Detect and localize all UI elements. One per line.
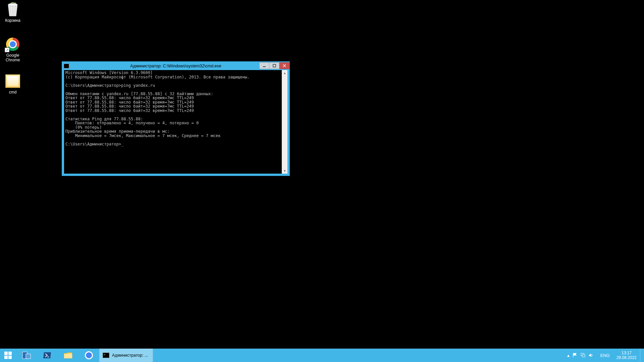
titlebar[interactable]: Администратор: C:\Windows\system32\cmd.e… (62, 62, 289, 70)
svg-rect-2 (273, 64, 276, 67)
taskbar-server-manager[interactable] (16, 349, 37, 362)
folder-icon (64, 352, 72, 359)
desktop-icon-label: Google Chrome (0, 53, 25, 62)
svg-rect-9 (64, 354, 72, 358)
svg-rect-11 (582, 355, 585, 357)
tray-flag-icon[interactable] (572, 353, 578, 358)
chrome-icon: ↗ (5, 36, 21, 52)
terminal-body[interactable]: Microsoft Windows [Version 6.3.9600] (c)… (64, 70, 287, 174)
tray-date: 29.08.2022 (616, 355, 637, 360)
taskbar: Администратор: ... ▴ ENG 13:17 29.08.202… (0, 349, 644, 362)
tray-network-icon[interactable] (580, 353, 586, 358)
minimize-button[interactable] (259, 62, 269, 69)
desktop-icon-chrome[interactable]: ↗ Google Chrome (0, 36, 25, 62)
scroll-up-button[interactable]: ▲ (282, 70, 287, 76)
tray-chevron-up-icon[interactable]: ▴ (567, 353, 570, 358)
desktop-icon-recycle-bin[interactable]: Корзина (0, 1, 25, 23)
taskbar-task-label: Администратор: ... (112, 353, 148, 358)
maximize-button[interactable] (269, 62, 279, 69)
taskbar-chrome[interactable] (78, 349, 99, 362)
svg-rect-3 (4, 352, 8, 355)
tray-language[interactable]: ENG (597, 353, 613, 358)
svg-rect-1 (263, 66, 266, 67)
close-button[interactable] (279, 62, 289, 69)
cmd-icon (103, 353, 109, 358)
system-tray: ▴ ENG 13:17 29.08.2022 (564, 349, 644, 362)
svg-rect-5 (4, 356, 8, 359)
cmd-window[interactable]: Администратор: C:\Windows\system32\cmd.e… (62, 61, 290, 176)
svg-rect-6 (8, 356, 12, 359)
scroll-down-button[interactable]: ▼ (282, 168, 287, 174)
svg-rect-8 (26, 354, 31, 359)
desktop-icon-label: Корзина (0, 18, 25, 23)
window-title: Администратор: C:\Windows\system32\cmd.e… (62, 64, 289, 68)
recycle-bin-icon (5, 1, 21, 17)
tray-volume-icon[interactable] (588, 353, 594, 358)
server-manager-icon (22, 351, 31, 359)
svg-rect-4 (8, 352, 12, 355)
start-button[interactable] (0, 349, 16, 362)
tray-clock[interactable]: 13:17 29.08.2022 (613, 351, 640, 360)
powershell-icon (43, 352, 52, 359)
windows-logo-icon (4, 352, 12, 359)
cmd-icon (64, 64, 69, 68)
cmd-shortcut-icon (5, 73, 21, 89)
tray-time: 13:17 (616, 351, 637, 355)
taskbar-powershell[interactable] (37, 349, 58, 362)
show-desktop-button[interactable] (640, 349, 643, 362)
desktop-icon-label: cmd (0, 90, 25, 95)
scrollbar[interactable]: ▲ ▼ (282, 70, 287, 174)
taskbar-task-cmd[interactable]: Администратор: ... (99, 349, 153, 362)
chrome-icon (85, 351, 93, 359)
taskbar-explorer[interactable] (58, 349, 78, 362)
desktop-icon-cmd[interactable]: cmd (0, 73, 25, 95)
shortcut-arrow-icon: ↗ (5, 48, 9, 52)
terminal-output: Microsoft Windows [Version 6.3.9600] (c)… (64, 70, 282, 174)
